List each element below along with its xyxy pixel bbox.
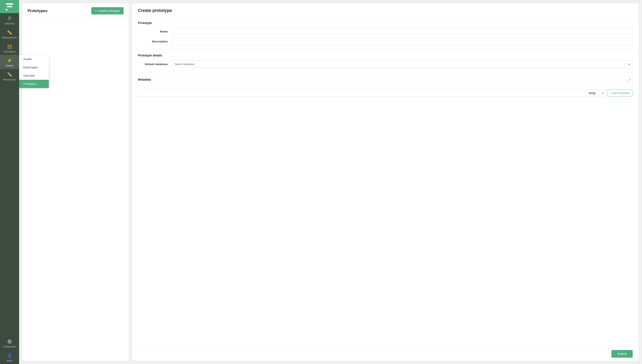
database-select[interactable]: Select database [172, 60, 633, 68]
configuration-icon: ⚙️ [7, 339, 12, 344]
events-submenu: Assets Event types Overview Prototypes [19, 55, 49, 88]
sidebar-item-calculations-label: Calculations [4, 50, 16, 53]
sidebar-item-collectors-label: Collectors [5, 22, 15, 25]
factry-icon: 👤 [7, 353, 12, 358]
submenu-item-prototypes[interactable]: Prototypes [19, 80, 49, 88]
right-panel: Create prototype Prototype Name Descript… [132, 4, 638, 360]
sidebar-item-events-label: Events [6, 64, 13, 67]
metadata-header: Metadata ⤢ [138, 76, 633, 82]
name-row: Name [138, 28, 633, 35]
sidebar-item-manual-entry[interactable]: ✏️ Manual entry [0, 69, 19, 83]
sidebar-item-factry[interactable]: 👤 factry [0, 350, 19, 364]
metadata-section: Metadata ⤢ string number boolean object … [132, 72, 638, 101]
calculations-icon: 🧮 [7, 44, 12, 49]
create-prototype-button[interactable]: + Create prototype [91, 7, 124, 14]
submenu-item-assets[interactable]: Assets [19, 55, 49, 63]
metadata-key-input[interactable] [138, 90, 584, 96]
submenu-item-event-types[interactable]: Event types [19, 63, 49, 72]
measurements-icon: 📏 [7, 30, 12, 35]
left-panel-header: Prototypes + Create prototype [23, 4, 129, 18]
collectors-icon: ⏱ [8, 16, 12, 21]
sidebar-item-events[interactable]: ⚡ Events Assets Event types Overview Pro… [0, 55, 19, 69]
sidebar-item-manual-entry-label: Manual entry [3, 78, 16, 81]
logo-dot [6, 9, 8, 10]
logo [0, 0, 19, 13]
prototype-section: Prototype Name Description [132, 17, 638, 50]
metadata-row: string number boolean object ▾ + Add met… [138, 90, 633, 96]
prototype-section-title: Prototype [138, 21, 633, 24]
prototypes-title: Prototypes [28, 9, 48, 13]
database-row: Default database Select database ▾ [138, 60, 633, 68]
description-row: Description [138, 38, 633, 45]
events-icon: ⚡ [7, 58, 12, 63]
main-content: Prototypes + Create prototype Create pro… [19, 0, 642, 364]
sidebar-item-measurements[interactable]: 📏 Measurements [0, 27, 19, 41]
manual-entry-icon: ✏️ [7, 72, 12, 77]
right-panel-header: Create prototype [132, 4, 638, 17]
description-label: Description [138, 40, 172, 43]
add-metadata-button[interactable]: + Add metadata [607, 90, 633, 96]
sidebar-item-configuration-label: Configuration [3, 345, 16, 348]
prototype-details-section: Prototype details Default database Selec… [132, 50, 638, 72]
logo-bar-2 [7, 6, 12, 7]
metadata-type-select[interactable]: string number boolean object [586, 90, 605, 96]
sidebar-item-measurements-label: Measurements [2, 36, 17, 39]
submenu-item-overview[interactable]: Overview [19, 72, 49, 80]
right-panel-body: Prototype Name Description Prototype det… [132, 17, 638, 347]
sidebar: ⏱ Collectors 📏 Measurements 🧮 Calculatio… [0, 0, 19, 364]
description-input[interactable] [172, 38, 633, 45]
name-input[interactable] [172, 28, 633, 35]
sidebar-item-calculations[interactable]: 🧮 Calculations [0, 41, 19, 55]
database-select-wrapper: Select database ▾ [172, 60, 633, 68]
metadata-title: Metadata [138, 78, 151, 81]
expand-metadata-icon[interactable]: ⤢ [627, 76, 633, 82]
create-prototype-title: Create prototype [138, 8, 172, 13]
prototype-details-title: Prototype details [138, 54, 633, 57]
metadata-type-wrapper: string number boolean object ▾ [586, 90, 605, 96]
database-label: Default database [138, 62, 172, 66]
submit-button[interactable]: Submit [611, 350, 633, 358]
right-panel-footer: Submit [132, 347, 638, 360]
sidebar-item-configuration[interactable]: ⚙️ Configuration [0, 336, 19, 350]
sidebar-item-factry-label: factry [7, 359, 12, 362]
name-label: Name [138, 30, 172, 33]
sidebar-item-collectors[interactable]: ⏱ Collectors [0, 13, 19, 27]
logo-bar-1 [6, 4, 13, 5]
